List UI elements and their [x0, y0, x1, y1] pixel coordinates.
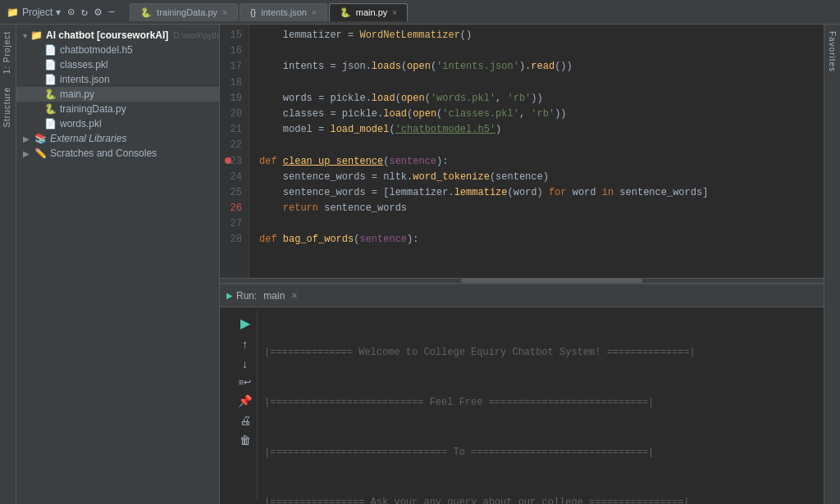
tab-icon-main: 🐍	[340, 7, 351, 18]
code-line-25: sentence_words = [lemmatizer.lemmatize(w…	[259, 185, 814, 201]
line-numbers: 15 16 17 18 19 20 21 22 23 24 25 26 27 2…	[220, 25, 249, 278]
expand-arrow-root: ▾	[23, 31, 27, 40]
title-bar: 📁 Project ▾ ⊙ ↻ ⚙ − 🐍 trainingData.py × …	[0, 0, 840, 25]
favorites-label[interactable]: Favorites	[825, 25, 839, 79]
sidebar-item-classes[interactable]: 📄 classes.pkl	[16, 57, 219, 72]
sidebar-label-external: External Libraries	[50, 133, 126, 144]
file-icon-main: 🐍	[44, 89, 57, 100]
external-lib-icon: 📚	[34, 133, 47, 144]
sidebar-item-h5[interactable]: 📄 chatbotmodel.h5	[16, 43, 219, 57]
editor-area: 15 16 17 18 19 20 21 22 23 24 25 26 27 2…	[220, 25, 824, 504]
tab-close-main[interactable]: ×	[392, 8, 397, 17]
pin-button[interactable]: 📌	[236, 393, 253, 409]
run-header: ▶ Run: main ×	[220, 284, 824, 307]
sidebar-item-external[interactable]: ▶ 📚 External Libraries	[16, 131, 219, 146]
run-tab-label: Run:	[236, 290, 257, 302]
code-line-21: model = load_model('chatbotmodel.h5')	[259, 122, 814, 138]
run-tab-main-label: main	[263, 290, 285, 302]
sidebar-label-scratches: Scratches and Consoles	[50, 148, 157, 159]
code-content[interactable]: lemmatizer = WordNetLemmatizer() intents…	[249, 25, 824, 278]
code-line-15: lemmatizer = WordNetLemmatizer()	[259, 28, 814, 43]
run-output: |============== Welcome to College Equir…	[264, 311, 817, 501]
sidebar-item-words[interactable]: 📄 words.pkl	[16, 116, 219, 131]
tab-close-intents[interactable]: ×	[312, 8, 317, 17]
run-tab-icon: ▶	[226, 291, 233, 300]
console-line-feel: |========================== Feel Free ==…	[264, 394, 817, 411]
scratches-icon: ✏️	[34, 148, 47, 159]
wrap-button[interactable]: ≡↩	[236, 375, 253, 389]
sidebar-item-training[interactable]: 🐍 trainingData.py	[16, 102, 219, 116]
code-line-26: return sentence_words	[259, 201, 814, 216]
tab-icon-intents: {}	[250, 7, 256, 17]
sidebar-item-scratches[interactable]: ▶ ✏️ Scratches and Consoles	[16, 146, 219, 161]
project-path: D:\work\python\	[173, 31, 219, 40]
project-label: Project	[22, 7, 52, 18]
sidebar-item-intents[interactable]: 📄 intents.json	[16, 72, 219, 87]
sidebar: ▾ 📁 AI chatbot [courseworkAI] D:\work\py…	[16, 25, 220, 504]
file-icon-training: 🐍	[44, 103, 57, 115]
console-line-ask: |================ Ask your any query abo…	[264, 494, 817, 504]
sidebar-tree: ▾ 📁 AI chatbot [courseworkAI] D:\work\py…	[16, 25, 219, 504]
tab-close-trainingdata[interactable]: ×	[222, 8, 227, 17]
console-line-to: |============================== To =====…	[264, 444, 817, 461]
code-line-19: words = pickle.load(open('words.pkl', 'r…	[259, 91, 814, 107]
project-dropdown-icon: ▾	[56, 7, 61, 18]
run-panel: ▶ Run: main × ▶ ↑ ↓ ≡↩ 📌 🖨 🗑	[220, 283, 824, 504]
code-line-16	[259, 43, 814, 59]
sidebar-label-training: trainingData.py	[60, 103, 126, 115]
right-tab-favorites: Favorites	[824, 25, 840, 504]
editor-tabs: 🐍 trainingData.py × {} intents.json × 🐍 …	[130, 3, 833, 21]
code-line-24: sentence_words = nltk.word_tokenize(sent…	[259, 170, 814, 185]
sidebar-label-main: main.py	[60, 89, 94, 100]
side-tabs-left: 1: Project Structure	[0, 25, 16, 504]
code-line-20: classes = pickle.load(open('classes.pkl'…	[259, 107, 814, 122]
code-line-23: def clean_up_sentence(sentence):	[259, 154, 814, 170]
trash-button[interactable]: 🗑	[236, 432, 253, 448]
down-button[interactable]: ↓	[236, 356, 253, 372]
console-line-welcome: |============== Welcome to College Equir…	[264, 344, 817, 361]
tab-label-trainingdata: trainingData.py	[157, 7, 217, 17]
run-tab[interactable]: ▶ Run: main ×	[226, 290, 297, 302]
tab-label-main: main.py	[356, 7, 388, 17]
sidebar-item-root[interactable]: ▾ 📁 AI chatbot [courseworkAI] D:\work\py…	[16, 28, 219, 43]
tab-trainingdata[interactable]: 🐍 trainingData.py ×	[130, 3, 238, 21]
settings-icon[interactable]: ⊙	[67, 5, 74, 19]
tab-intents[interactable]: {} intents.json ×	[240, 3, 327, 21]
file-icon-words: 📄	[44, 118, 57, 129]
folder-icon-root: 📁	[30, 30, 43, 41]
file-icon-intents: 📄	[44, 74, 57, 85]
sidebar-label-classes: classes.pkl	[60, 59, 108, 70]
code-line-22	[259, 138, 814, 153]
sidebar-label-intents: intents.json	[60, 74, 110, 85]
sidebar-label-words: words.pkl	[60, 118, 102, 129]
code-line-18	[259, 75, 814, 91]
sync-icon[interactable]: ↻	[81, 5, 88, 19]
title-icons: ⊙ ↻ ⚙ −	[67, 5, 115, 19]
project-folder-icon: 📁	[7, 7, 19, 18]
tab-main[interactable]: 🐍 main.py ×	[329, 3, 408, 21]
minimize-icon[interactable]: −	[108, 6, 115, 19]
sidebar-item-main[interactable]: 🐍 main.py	[16, 87, 219, 102]
gear-icon[interactable]: ⚙	[94, 5, 101, 19]
print-button[interactable]: 🖨	[236, 412, 253, 429]
tab-icon-trainingdata: 🐍	[140, 7, 152, 18]
file-icon-classes: 📄	[44, 59, 57, 70]
stop-button[interactable]: ↑	[236, 336, 253, 352]
run-content: ▶ ↑ ↓ ≡↩ 📌 🖨 🗑 |============== Welcome t…	[220, 307, 824, 504]
run-tab-close[interactable]: ×	[291, 290, 297, 302]
code-editor: 15 16 17 18 19 20 21 22 23 24 25 26 27 2…	[220, 25, 824, 278]
code-line-28: def bag_of_words(sentence):	[259, 232, 814, 247]
main-area: 1: Project Structure ▾ 📁 AI chatbot [cou…	[0, 25, 840, 504]
project-root-label: AI chatbot [courseworkAI]	[46, 30, 168, 41]
file-icon-h5: 📄	[44, 44, 57, 56]
play-button[interactable]: ▶	[236, 314, 253, 333]
code-line-27	[259, 216, 814, 232]
side-tab-project[interactable]: 1: Project	[0, 25, 16, 80]
sidebar-label-h5: chatbotmodel.h5	[60, 44, 133, 56]
expand-arrow-external: ▶	[23, 134, 31, 143]
run-side-controls: ▶ ↑ ↓ ≡↩ 📌 🖨 🗑	[233, 311, 258, 501]
tab-label-intents: intents.json	[261, 7, 307, 17]
project-menu[interactable]: 📁 Project ▾	[7, 7, 61, 18]
expand-arrow-scratches: ▶	[23, 149, 31, 158]
side-tab-structure[interactable]: Structure	[0, 80, 16, 134]
